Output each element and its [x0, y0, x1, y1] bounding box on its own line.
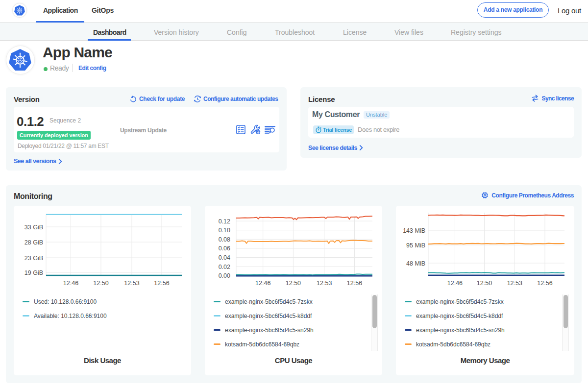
- svg-text:33 GiB: 33 GiB: [24, 224, 43, 231]
- svg-text:0.02: 0.02: [219, 264, 230, 270]
- svg-text:12:46: 12:46: [447, 280, 463, 287]
- svg-text:23 GiB: 23 GiB: [24, 255, 43, 262]
- svg-text:0.06: 0.06: [219, 245, 230, 252]
- svg-text:12:56: 12:56: [537, 280, 552, 287]
- svg-text:0.04: 0.04: [219, 254, 230, 261]
- svg-text:12:50: 12:50: [93, 280, 108, 287]
- svg-text:0.00: 0.00: [219, 272, 230, 279]
- svg-text:12:53: 12:53: [124, 280, 139, 287]
- svg-text:48 MiB: 48 MiB: [406, 260, 425, 267]
- svg-text:12:50: 12:50: [286, 280, 301, 287]
- svg-text:28 GiB: 28 GiB: [24, 239, 43, 246]
- svg-text:12:53: 12:53: [507, 280, 522, 287]
- svg-text:12:46: 12:46: [63, 280, 78, 287]
- svg-text:0.10: 0.10: [219, 227, 230, 234]
- svg-text:19 GiB: 19 GiB: [24, 269, 43, 276]
- svg-text:95 MiB: 95 MiB: [406, 242, 425, 249]
- svg-text:12:46: 12:46: [255, 280, 270, 287]
- svg-text:12:50: 12:50: [477, 280, 492, 287]
- svg-text:12:53: 12:53: [317, 280, 332, 287]
- svg-text:143 MiB: 143 MiB: [403, 227, 425, 234]
- svg-text:12:56: 12:56: [347, 280, 362, 287]
- svg-text:12:56: 12:56: [154, 280, 169, 287]
- svg-text:0.12: 0.12: [219, 218, 230, 225]
- svg-text:0.08: 0.08: [219, 236, 230, 243]
